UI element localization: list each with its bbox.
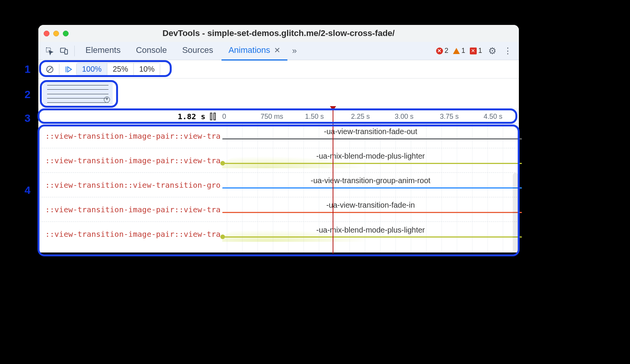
time-ruler-left: 1.82 s — [38, 112, 222, 121]
tick-750: 750 ms — [261, 112, 283, 120]
animation-group-thumbnail[interactable] — [43, 82, 113, 105]
animation-bar[interactable] — [222, 187, 522, 189]
animation-buffer-row — [38, 79, 519, 109]
warning-icon — [453, 48, 460, 54]
inspect-icon[interactable] — [43, 44, 56, 57]
tick-1.5: 1.50 s — [305, 112, 324, 120]
animation-bar[interactable] — [222, 138, 522, 139]
track-lane[interactable]: -ua-mix-blend-mode-plus-lighter — [222, 222, 519, 246]
clear-icon[interactable] — [43, 62, 57, 76]
tab-elements[interactable]: Elements — [79, 41, 128, 61]
track-animation-name: -ua-view-transition-fade-out — [222, 127, 519, 136]
traffic-lights — [44, 31, 69, 36]
tab-animations[interactable]: Animations ✕ — [221, 41, 287, 61]
track-selector-label[interactable]: ::view-transition-image-pair::view-tra — [38, 205, 222, 214]
annotation-label-4: 4 — [25, 184, 31, 197]
animations-toolbar: 100% 25% 10% — [38, 60, 519, 79]
track-selector-label[interactable]: ::view-transition-image-pair::view-tra — [38, 230, 222, 239]
issues-badge[interactable]: ✕ 1 — [468, 47, 484, 55]
animation-track[interactable]: ::view-transition-image-pair::view-tra-u… — [38, 124, 519, 148]
time-ruler[interactable]: 1.82 s 0 750 ms 1.50 s 2.25 s 3.00 s 3.7… — [38, 109, 519, 124]
track-lane[interactable]: -ua-view-transition-fade-in — [222, 197, 519, 221]
track-animation-name: -ua-view-transition-group-anim-root — [222, 176, 519, 185]
pause-icon[interactable] — [210, 113, 218, 120]
tab-sources[interactable]: Sources — [175, 41, 220, 61]
play-pause-icon[interactable] — [62, 62, 75, 76]
current-time: 1.82 s — [178, 112, 205, 121]
speed-100-button[interactable]: 100% — [77, 63, 107, 75]
divider — [59, 64, 59, 75]
animation-bar[interactable] — [222, 212, 522, 213]
tick-0: 0 — [222, 112, 226, 120]
error-icon: ✕ — [436, 48, 443, 54]
track-animation-name: -ua-view-transition-fade-in — [222, 201, 519, 210]
errors-badge[interactable]: ✕ 2 — [435, 47, 450, 55]
warnings-badge[interactable]: 1 — [451, 47, 467, 55]
animation-tracks: ::view-transition-image-pair::view-tra-u… — [38, 124, 519, 253]
tab-label: Animations — [228, 45, 270, 55]
tick-3.75: 3.75 s — [440, 112, 459, 120]
svg-line-4 — [48, 67, 52, 72]
speed-25-button[interactable]: 25% — [107, 63, 134, 75]
track-lane[interactable]: -ua-mix-blend-mode-plus-lighter — [222, 148, 519, 172]
more-tabs-icon[interactable]: » — [289, 46, 300, 56]
close-window-button[interactable] — [44, 31, 49, 36]
close-tab-icon[interactable]: ✕ — [274, 46, 281, 54]
track-animation-name: -ua-mix-blend-mode-plus-lighter — [222, 226, 519, 234]
time-scale[interactable]: 0 750 ms 1.50 s 2.25 s 3.00 s 3.75 s 4.5… — [222, 109, 519, 123]
more-menu-icon[interactable]: ⋮ — [501, 46, 514, 56]
track-selector-label[interactable]: ::view-transition-image-pair::view-tra — [38, 131, 222, 141]
zoom-window-button[interactable] — [63, 31, 69, 36]
animation-bar[interactable] — [222, 236, 522, 238]
animation-track[interactable]: ::view-transition-image-pair::view-tra-u… — [38, 222, 519, 246]
devtools-window: DevTools - simple-set-demos.glitch.me/2-… — [38, 25, 519, 253]
animation-bar[interactable] — [222, 163, 522, 164]
issues-count: 1 — [478, 47, 482, 55]
tick-4.5: 4.50 s — [484, 112, 502, 120]
tick-2.25: 2.25 s — [351, 112, 370, 120]
settings-gear-icon[interactable]: ⚙ — [485, 46, 500, 56]
track-selector-label[interactable]: ::view-transition::view-transition-gro — [38, 180, 222, 190]
tabstrip: Elements Console Sources Animations ✕ » … — [38, 42, 519, 60]
warnings-count: 1 — [461, 47, 465, 55]
errors-count: 2 — [445, 47, 448, 55]
track-lane[interactable]: -ua-view-transition-fade-out — [222, 124, 519, 148]
titlebar: DevTools - simple-set-demos.glitch.me/2-… — [38, 25, 519, 42]
track-lane[interactable]: -ua-view-transition-group-anim-root — [222, 173, 519, 197]
svg-marker-6 — [68, 67, 72, 72]
animation-track[interactable]: ::view-transition::view-transition-gro-u… — [38, 173, 519, 197]
device-toggle-icon[interactable] — [57, 44, 71, 57]
speed-group: 100% 25% 10% — [76, 63, 160, 75]
tab-console[interactable]: Console — [129, 41, 174, 61]
issue-icon: ✕ — [470, 48, 477, 54]
animation-track[interactable]: ::view-transition-image-pair::view-tra-u… — [38, 197, 519, 222]
annotation-label-2: 2 — [25, 89, 31, 101]
minimize-window-button[interactable] — [53, 31, 59, 36]
clock-icon — [104, 97, 110, 103]
track-animation-name: -ua-mix-blend-mode-plus-lighter — [222, 152, 519, 161]
annotation-label-1: 1 — [25, 63, 31, 75]
speed-10-button[interactable]: 10% — [134, 63, 160, 75]
track-selector-label[interactable]: ::view-transition-image-pair::view-tra — [38, 156, 222, 165]
playhead[interactable] — [333, 107, 333, 254]
animation-track[interactable]: ::view-transition-image-pair::view-tra-u… — [38, 148, 519, 173]
svg-rect-2 — [65, 49, 67, 54]
annotation-label-3: 3 — [25, 112, 31, 125]
divider — [74, 46, 75, 56]
tabstrip-right: ✕ 2 1 ✕ 1 ⚙ ⋮ — [435, 46, 514, 56]
tick-3.0: 3.00 s — [395, 112, 413, 120]
window-title: DevTools - simple-set-demos.glitch.me/2-… — [38, 28, 519, 38]
